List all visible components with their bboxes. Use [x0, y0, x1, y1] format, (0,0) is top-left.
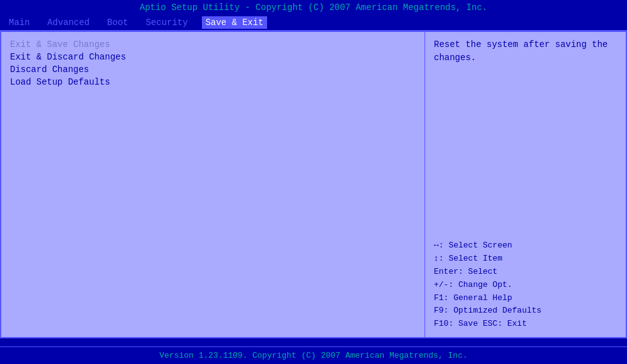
help-description: Reset the system after saving the change…	[434, 38, 617, 65]
hint-general-help: F1: General Help	[434, 292, 617, 305]
hint-change-opt: +/-: Change Opt.	[434, 279, 617, 292]
footer-text: Version 1.23.1109. Copyright (C) 2007 Am…	[159, 351, 467, 360]
hint-optimized: F9: Optimized Defaults	[434, 304, 617, 318]
title-text: Aptio Setup Utility - Copyright (C) 2007…	[140, 3, 488, 13]
nav-security[interactable]: Security	[142, 16, 191, 29]
title-bar: Aptio Setup Utility - Copyright (C) 2007…	[0, 0, 627, 15]
nav-bar: Main Advanced Boot Security Save & Exit	[0, 15, 627, 31]
hint-enter: Enter: Select	[434, 266, 617, 279]
left-panel: Exit & Save Changes Exit & Discard Chang…	[1, 32, 425, 337]
hint-save-exit: F10: Save ESC: Exit	[434, 318, 617, 331]
footer: Version 1.23.1109. Copyright (C) 2007 Am…	[0, 346, 627, 364]
nav-boot[interactable]: Boot	[103, 16, 132, 29]
key-hints: ↔: Select Screen ↕: Select Item Enter: S…	[434, 239, 617, 331]
nav-main[interactable]: Main	[5, 16, 34, 29]
nav-advanced[interactable]: Advanced	[44, 16, 93, 29]
hint-select-screen: ↔: Select Screen	[434, 239, 617, 252]
main-layout: Exit & Save Changes Exit & Discard Chang…	[0, 31, 627, 338]
menu-exit-discard-changes[interactable]: Exit & Discard Changes	[10, 51, 416, 63]
menu-discard-changes[interactable]: Discard Changes	[10, 63, 416, 76]
nav-save-exit[interactable]: Save & Exit	[202, 16, 267, 29]
menu-load-setup-defaults[interactable]: Load Setup Defaults	[10, 76, 416, 88]
menu-exit-save-changes[interactable]: Exit & Save Changes	[10, 38, 416, 51]
right-panel: Reset the system after saving the change…	[425, 32, 626, 337]
hint-select-item: ↕: Select Item	[434, 252, 617, 266]
